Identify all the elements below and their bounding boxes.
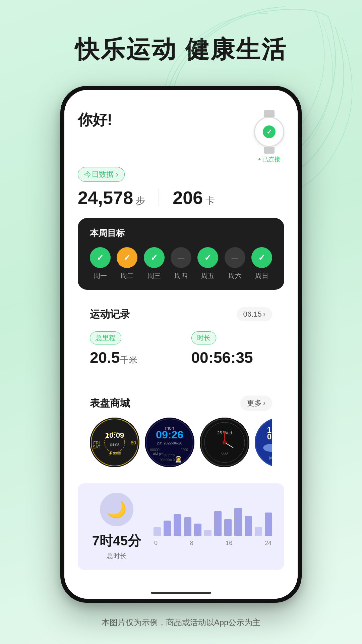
day-sunday-label: 周日	[255, 271, 268, 280]
days-row: 周一 周二 周三	[90, 247, 272, 280]
day-tuesday-label: 周二	[120, 271, 134, 280]
watch-face-3[interactable]: 25 Wed 680	[200, 418, 249, 467]
day-saturday-label: 周六	[228, 271, 242, 280]
svg-text:680: 680	[222, 451, 228, 455]
day-monday-label: 周一	[94, 271, 107, 280]
phone-mockup: 你好! 已连接 今日数据	[60, 86, 302, 603]
exercise-date[interactable]: 06.15	[237, 307, 272, 321]
app-content: 你好! 已连接 今日数据	[64, 103, 298, 587]
stat-divider	[159, 189, 159, 206]
day-saturday-circle	[225, 247, 245, 268]
exercise-divider	[181, 328, 181, 370]
day-tuesday: 周二	[117, 247, 137, 280]
day-wednesday: 周三	[144, 247, 165, 280]
day-thursday-circle	[171, 247, 191, 268]
today-badge[interactable]: 今日数据	[78, 167, 125, 182]
svg-text:80: 80	[131, 440, 136, 445]
sleep-bar-8	[234, 508, 242, 536]
distance-stat: 总里程 20.5千米	[90, 328, 171, 370]
svg-text:🧑‍🚀: 🧑‍🚀	[175, 455, 182, 463]
svg-text:SLEEP: SLEEP	[164, 454, 175, 458]
home-bar-line	[151, 592, 211, 594]
steps-stat: 24,578 步	[78, 187, 145, 208]
day-wednesday-circle	[144, 247, 165, 268]
svg-text:09:26: 09:26	[156, 429, 183, 441]
svg-text:AM pm: AM pm	[153, 452, 164, 456]
phone-wrapper: 你好! 已连接 今日数据	[0, 86, 362, 603]
sleep-time-value: 7时45分	[92, 532, 141, 550]
day-saturday: 周六	[225, 247, 245, 280]
watch-faces-row: 10:09 FRI SAT 04:08 80 ⚡8000	[90, 418, 272, 467]
calories-value: 206	[173, 187, 203, 208]
day-sunday: 周日	[251, 247, 272, 280]
day-thursday-label: 周四	[174, 271, 188, 280]
day-thursday: 周四	[171, 247, 191, 280]
sleep-section: 🌙 7时45分 总时长 0 8 16	[78, 483, 284, 570]
distance-value: 20.5千米	[90, 348, 171, 367]
status-bar	[64, 90, 298, 103]
weekly-title: 本周目标	[90, 227, 272, 239]
sleep-info: 🌙 7时45分 总时长	[90, 493, 143, 560]
watch-connected-label: 已连接	[258, 155, 280, 164]
footer-text: 本图片仅为示例，商品或活动以App公示为主	[0, 603, 362, 639]
svg-text:MON 08.26: MON 08.26	[269, 456, 272, 461]
home-bar	[64, 587, 298, 599]
watch-bottom-strap	[264, 147, 275, 154]
store-header: 表盘商城 更多	[90, 395, 272, 411]
sleep-bar-11	[265, 513, 272, 536]
svg-point-25	[223, 441, 226, 444]
sleep-bars	[154, 506, 272, 536]
watch-face-1-svg: 10:09 FRI SAT 04:08 80 ⚡8000	[90, 418, 139, 467]
exercise-title: 运动记录	[90, 308, 130, 321]
sleep-bar-5	[204, 530, 212, 536]
phone-screen: 你好! 已连接 今日数据	[64, 90, 298, 599]
exercise-section: 运动记录 06.15 总里程 20.5千米 时长 0	[78, 298, 284, 379]
page-title: 快乐运动 健康生活	[0, 0, 362, 86]
calories-stat: 206 卡	[173, 187, 215, 208]
sleep-total-label: 总时长	[107, 551, 127, 560]
exercise-header: 运动记录 06.15	[90, 307, 272, 321]
svg-text:0000: 0000	[181, 448, 188, 452]
watch-face-4[interactable]: 10 08 🚀 MON 08.26	[255, 418, 272, 467]
sleep-bar-10	[255, 527, 262, 536]
day-friday: 周五	[197, 247, 218, 280]
svg-text:23° 2022-06-26: 23° 2022-06-26	[157, 441, 182, 445]
distance-label: 总里程	[90, 331, 121, 344]
watch-widget[interactable]: 已连接	[254, 110, 284, 164]
calories-unit: 卡	[205, 195, 215, 207]
svg-text:04:08: 04:08	[110, 443, 119, 447]
store-section: 表盘商城 更多 10:09 FRI SAT 04:08	[78, 386, 284, 477]
exercise-stats: 总里程 20.5千米 时长 00:56:35	[90, 328, 272, 370]
day-monday: 周一	[90, 247, 111, 280]
watch-face-1[interactable]: 10:09 FRI SAT 04:08 80 ⚡8000	[90, 418, 139, 467]
sleep-x-labels: 0 8 16 24	[154, 540, 272, 547]
svg-text:00000: 00000	[150, 448, 160, 452]
watch-face-2[interactable]: mon 09:26 23° 2022-06-26 00000 0000 AM p…	[145, 418, 194, 467]
sleep-bar-2	[174, 514, 181, 536]
store-more[interactable]: 更多	[240, 395, 272, 411]
duration-label: 时长	[191, 331, 216, 344]
greeting-text: 你好!	[78, 110, 112, 130]
sleep-bar-0	[154, 527, 161, 536]
stats-row: 24,578 步 206 卡	[78, 187, 284, 208]
duration-stat: 时长 00:56:35	[191, 328, 273, 370]
day-friday-label: 周五	[201, 271, 215, 280]
day-monday-circle	[90, 247, 111, 268]
day-tuesday-circle	[117, 247, 137, 268]
watch-check-icon	[263, 125, 276, 138]
sleep-bar-1	[164, 521, 171, 536]
store-title: 表盘商城	[90, 396, 130, 410]
watch-body	[254, 117, 284, 147]
sleep-bar-9	[245, 516, 252, 536]
sleep-chart: 0 8 16 24	[154, 506, 272, 547]
day-sunday-circle	[251, 247, 272, 268]
day-friday-circle	[197, 247, 218, 268]
sleep-bar-4	[194, 524, 201, 536]
watch-face-3-svg: 25 Wed 680	[200, 418, 249, 467]
svg-text:⚡8000: ⚡8000	[108, 451, 121, 455]
steps-unit: 步	[136, 195, 145, 207]
watch-face-4-svg: 10 08 🚀 MON 08.26	[255, 418, 272, 467]
sleep-icon: 🌙	[100, 493, 133, 526]
svg-text:08: 08	[267, 432, 272, 441]
watch-face-2-svg: mon 09:26 23° 2022-06-26 00000 0000 AM p…	[145, 418, 194, 467]
